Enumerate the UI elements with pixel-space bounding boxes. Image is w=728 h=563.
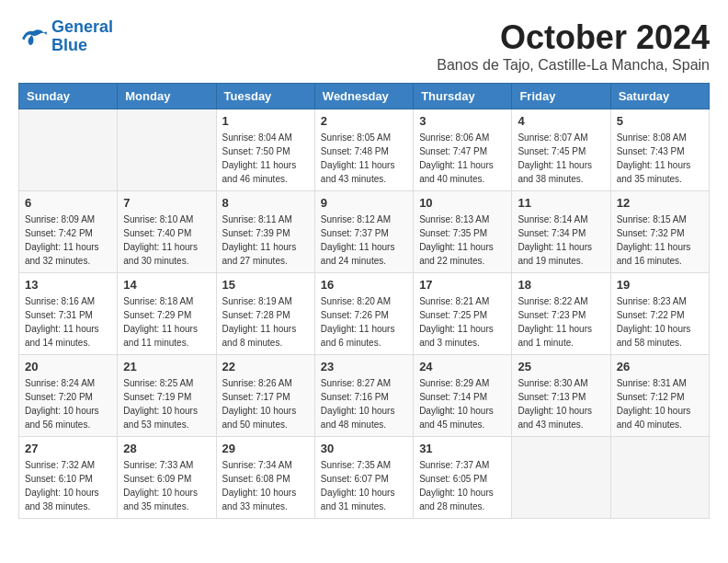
calendar-cell: 2Sunrise: 8:05 AMSunset: 7:48 PMDaylight… <box>314 109 413 191</box>
day-number: 22 <box>222 360 309 373</box>
day-number: 15 <box>222 278 309 292</box>
day-number: 5 <box>617 114 703 128</box>
calendar-cell: 28Sunrise: 7:33 AMSunset: 6:09 PMDayligh… <box>118 437 216 519</box>
calendar-cell: 9Sunrise: 8:12 AMSunset: 7:37 PMDaylight… <box>314 191 413 273</box>
calendar-body: 1Sunrise: 8:04 AMSunset: 7:50 PMDaylight… <box>19 109 710 519</box>
day-detail: Sunrise: 8:29 AMSunset: 7:14 PMDaylight:… <box>419 376 506 431</box>
calendar-cell: 26Sunrise: 8:31 AMSunset: 7:12 PMDayligh… <box>610 355 709 437</box>
day-detail: Sunrise: 8:05 AMSunset: 7:48 PMDaylight:… <box>321 131 407 186</box>
day-detail: Sunrise: 8:10 AMSunset: 7:40 PMDaylight:… <box>123 213 210 268</box>
day-detail: Sunrise: 8:23 AMSunset: 7:22 PMDaylight:… <box>617 294 703 350</box>
day-number: 24 <box>419 360 506 373</box>
day-detail: Sunrise: 7:37 AMSunset: 6:05 PMDaylight:… <box>419 458 506 513</box>
day-number: 8 <box>222 196 309 210</box>
day-detail: Sunrise: 7:32 AMSunset: 6:10 PMDaylight:… <box>25 458 111 513</box>
header-row: SundayMondayTuesdayWednesdayThursdayFrid… <box>19 84 710 109</box>
day-detail: Sunrise: 7:33 AMSunset: 6:09 PMDaylight:… <box>123 458 210 513</box>
day-detail: Sunrise: 8:13 AMSunset: 7:35 PMDaylight:… <box>419 213 506 268</box>
calendar-cell <box>512 437 610 519</box>
calendar-cell: 30Sunrise: 7:35 AMSunset: 6:07 PMDayligh… <box>314 437 413 519</box>
day-detail: Sunrise: 8:16 AMSunset: 7:31 PMDaylight:… <box>25 294 111 350</box>
header-cell-saturday: Saturday <box>610 84 709 109</box>
page-header: General Blue October 2024 Banos de Tajo,… <box>18 18 710 74</box>
day-detail: Sunrise: 8:20 AMSunset: 7:26 PMDaylight:… <box>321 294 407 350</box>
calendar-cell: 14Sunrise: 8:18 AMSunset: 7:29 PMDayligh… <box>118 273 216 355</box>
day-number: 31 <box>419 442 506 455</box>
calendar-cell: 21Sunrise: 8:25 AMSunset: 7:19 PMDayligh… <box>118 355 216 437</box>
day-number: 1 <box>222 114 309 128</box>
day-number: 14 <box>123 278 210 292</box>
day-detail: Sunrise: 8:26 AMSunset: 7:17 PMDaylight:… <box>222 376 309 431</box>
week-row-0: 1Sunrise: 8:04 AMSunset: 7:50 PMDaylight… <box>19 109 710 191</box>
calendar-cell: 15Sunrise: 8:19 AMSunset: 7:28 PMDayligh… <box>216 273 314 355</box>
calendar-cell <box>118 109 216 191</box>
day-detail: Sunrise: 8:31 AMSunset: 7:12 PMDaylight:… <box>617 376 703 431</box>
logo: General Blue <box>18 18 113 55</box>
day-number: 12 <box>617 196 703 210</box>
calendar-cell: 8Sunrise: 8:11 AMSunset: 7:39 PMDaylight… <box>216 191 314 273</box>
location-title: Banos de Tajo, Castille-La Mancha, Spain <box>437 57 710 74</box>
day-number: 25 <box>518 360 604 373</box>
day-number: 6 <box>25 196 111 210</box>
day-number: 3 <box>419 114 506 128</box>
calendar-cell: 19Sunrise: 8:23 AMSunset: 7:22 PMDayligh… <box>610 273 709 355</box>
calendar-cell: 29Sunrise: 7:34 AMSunset: 6:08 PMDayligh… <box>216 437 314 519</box>
day-detail: Sunrise: 8:18 AMSunset: 7:29 PMDaylight:… <box>123 294 210 350</box>
day-number: 27 <box>25 442 111 455</box>
day-detail: Sunrise: 8:06 AMSunset: 7:47 PMDaylight:… <box>419 131 506 186</box>
title-section: October 2024 Banos de Tajo, Castille-La … <box>437 18 710 74</box>
calendar-cell: 4Sunrise: 8:07 AMSunset: 7:45 PMDaylight… <box>512 109 610 191</box>
day-detail: Sunrise: 8:24 AMSunset: 7:20 PMDaylight:… <box>25 376 111 431</box>
day-number: 29 <box>222 442 309 455</box>
header-cell-thursday: Thursday <box>414 84 512 109</box>
week-row-4: 27Sunrise: 7:32 AMSunset: 6:10 PMDayligh… <box>19 437 710 519</box>
day-number: 17 <box>419 278 506 292</box>
logo-text: General Blue <box>51 18 113 55</box>
header-cell-sunday: Sunday <box>19 84 118 109</box>
day-number: 20 <box>25 360 111 373</box>
day-detail: Sunrise: 8:22 AMSunset: 7:23 PMDaylight:… <box>518 294 604 350</box>
calendar-cell: 3Sunrise: 8:06 AMSunset: 7:47 PMDaylight… <box>414 109 512 191</box>
day-number: 23 <box>321 360 407 373</box>
calendar-cell: 7Sunrise: 8:10 AMSunset: 7:40 PMDaylight… <box>118 191 216 273</box>
day-detail: Sunrise: 8:11 AMSunset: 7:39 PMDaylight:… <box>222 213 309 268</box>
day-detail: Sunrise: 8:14 AMSunset: 7:34 PMDaylight:… <box>518 213 604 268</box>
calendar-cell: 12Sunrise: 8:15 AMSunset: 7:32 PMDayligh… <box>610 191 709 273</box>
day-number: 26 <box>617 360 703 373</box>
day-detail: Sunrise: 8:07 AMSunset: 7:45 PMDaylight:… <box>518 131 604 186</box>
header-cell-monday: Monday <box>118 84 216 109</box>
calendar-table: SundayMondayTuesdayWednesdayThursdayFrid… <box>18 83 710 519</box>
day-number: 19 <box>617 278 703 292</box>
calendar-cell: 13Sunrise: 8:16 AMSunset: 7:31 PMDayligh… <box>19 273 118 355</box>
calendar-cell: 31Sunrise: 7:37 AMSunset: 6:05 PMDayligh… <box>414 437 512 519</box>
day-number: 28 <box>123 442 210 455</box>
calendar-cell: 17Sunrise: 8:21 AMSunset: 7:25 PMDayligh… <box>414 273 512 355</box>
day-number: 21 <box>123 360 210 373</box>
day-detail: Sunrise: 8:12 AMSunset: 7:37 PMDaylight:… <box>321 213 407 268</box>
header-cell-tuesday: Tuesday <box>216 84 314 109</box>
day-detail: Sunrise: 8:04 AMSunset: 7:50 PMDaylight:… <box>222 131 309 186</box>
week-row-3: 20Sunrise: 8:24 AMSunset: 7:20 PMDayligh… <box>19 355 710 437</box>
month-title: October 2024 <box>437 18 710 57</box>
calendar-header: SundayMondayTuesdayWednesdayThursdayFrid… <box>19 84 710 109</box>
day-detail: Sunrise: 8:15 AMSunset: 7:32 PMDaylight:… <box>617 213 703 268</box>
day-number: 10 <box>419 196 506 210</box>
calendar-cell: 27Sunrise: 7:32 AMSunset: 6:10 PMDayligh… <box>19 437 118 519</box>
day-detail: Sunrise: 8:09 AMSunset: 7:42 PMDaylight:… <box>25 213 111 268</box>
day-detail: Sunrise: 8:27 AMSunset: 7:16 PMDaylight:… <box>321 376 407 431</box>
calendar-cell: 22Sunrise: 8:26 AMSunset: 7:17 PMDayligh… <box>216 355 314 437</box>
day-number: 9 <box>321 196 407 210</box>
logo-icon <box>18 24 48 50</box>
calendar-cell: 20Sunrise: 8:24 AMSunset: 7:20 PMDayligh… <box>19 355 118 437</box>
header-cell-wednesday: Wednesday <box>314 84 413 109</box>
calendar-cell: 24Sunrise: 8:29 AMSunset: 7:14 PMDayligh… <box>414 355 512 437</box>
day-number: 11 <box>518 196 604 210</box>
calendar-cell: 5Sunrise: 8:08 AMSunset: 7:43 PMDaylight… <box>610 109 709 191</box>
calendar-cell: 16Sunrise: 8:20 AMSunset: 7:26 PMDayligh… <box>314 273 413 355</box>
calendar-cell <box>19 109 118 191</box>
day-number: 13 <box>25 278 111 292</box>
header-cell-friday: Friday <box>512 84 610 109</box>
day-number: 18 <box>518 278 604 292</box>
day-detail: Sunrise: 7:34 AMSunset: 6:08 PMDaylight:… <box>222 458 309 513</box>
day-number: 16 <box>321 278 407 292</box>
